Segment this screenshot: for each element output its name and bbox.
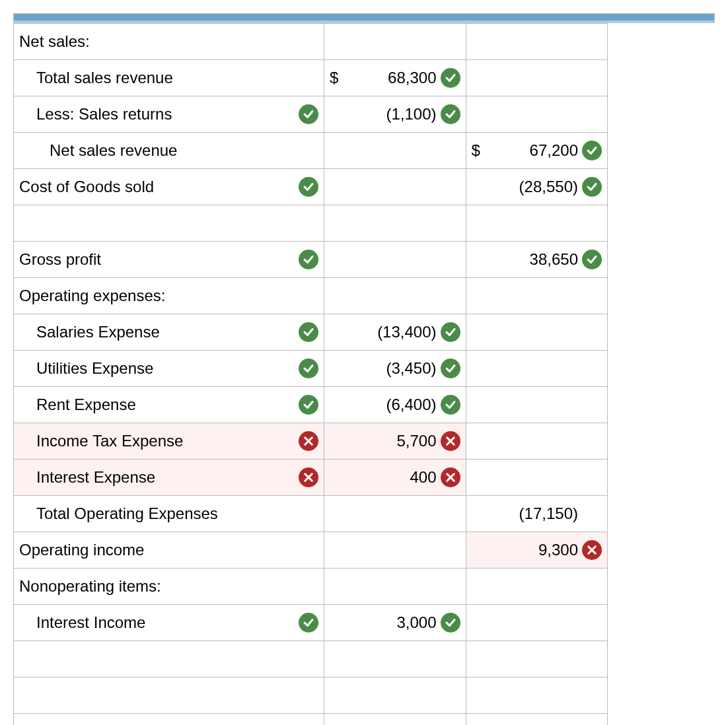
value-cell-col2: 400 bbox=[324, 460, 466, 496]
table-row: Income Tax Expense5,700 bbox=[14, 423, 608, 460]
value: 9,300 bbox=[484, 541, 582, 559]
value-cell-col3: 9,300 bbox=[466, 532, 607, 569]
checkmark-icon bbox=[299, 250, 318, 269]
value-cell-col3 bbox=[466, 24, 607, 60]
table-row bbox=[14, 205, 608, 242]
label-cell: Cost of Goods sold bbox=[14, 169, 324, 205]
table-header-bar bbox=[13, 13, 715, 23]
table-row: Operating income9,300 bbox=[14, 532, 608, 569]
table-row: Cost of Goods sold(28,550) bbox=[14, 169, 608, 205]
table-row: Net sales: bbox=[14, 24, 608, 60]
value: 67,200 bbox=[484, 141, 582, 160]
label-cell bbox=[14, 677, 324, 714]
checkmark-icon bbox=[299, 395, 318, 415]
row-label: Utilities Expense bbox=[19, 359, 153, 378]
checkmark-icon bbox=[441, 104, 460, 124]
checkmark-icon bbox=[299, 322, 318, 342]
value-cell-col3 bbox=[466, 605, 607, 641]
label-cell: Net sales revenue bbox=[14, 133, 324, 169]
row-label: Net sales revenue bbox=[19, 141, 177, 160]
label-cell: Total Nonoperating Items bbox=[14, 714, 324, 726]
value-cell-col2: 3,000 bbox=[324, 605, 466, 641]
row-label: Salaries Expense bbox=[19, 323, 160, 341]
value-cell-col3 bbox=[466, 96, 607, 133]
value-cell-col2 bbox=[324, 641, 466, 677]
table-row: Total Nonoperating Items bbox=[14, 714, 608, 726]
label-cell: Interest Income bbox=[14, 605, 324, 641]
value-cell-col2 bbox=[324, 714, 466, 726]
label-cell: Income Tax Expense bbox=[14, 423, 324, 460]
cross-icon bbox=[441, 431, 460, 451]
value-cell-col3 bbox=[466, 569, 607, 605]
table-row: Less: Sales returns(1,100) bbox=[14, 96, 608, 133]
checkmark-icon bbox=[299, 613, 318, 633]
row-label: Income Tax Expense bbox=[19, 432, 183, 450]
checkmark-icon bbox=[441, 613, 460, 633]
label-cell: Interest Expense bbox=[14, 460, 324, 496]
value: 38,650 bbox=[484, 250, 582, 269]
value-cell-col2 bbox=[324, 24, 466, 60]
table-row: Total Operating Expenses(17,150) bbox=[14, 496, 608, 532]
checkmark-icon bbox=[299, 177, 318, 197]
value-cell-col3: $67,200 bbox=[466, 133, 607, 169]
value-cell-col2 bbox=[324, 205, 466, 242]
row-label: Net sales: bbox=[19, 32, 90, 51]
value-cell-col3 bbox=[466, 714, 607, 726]
value-cell-col3: (28,550) bbox=[466, 169, 607, 205]
value-cell-col2: (1,100) bbox=[324, 96, 466, 133]
value-cell-col2: $68,300 bbox=[324, 60, 466, 96]
value-cell-col2 bbox=[324, 169, 466, 205]
value: (6,400) bbox=[342, 396, 440, 414]
value-cell-col3 bbox=[466, 641, 607, 677]
value-cell-col2 bbox=[324, 133, 466, 169]
table-row: Utilities Expense(3,450) bbox=[14, 351, 608, 387]
value: (13,400) bbox=[342, 323, 440, 341]
row-label: Rent Expense bbox=[19, 396, 136, 414]
checkmark-icon bbox=[582, 250, 602, 269]
table-row: Operating expenses: bbox=[14, 278, 608, 314]
table-row: Rent Expense(6,400) bbox=[14, 387, 608, 423]
value-cell-col2: (6,400) bbox=[324, 387, 466, 423]
cross-icon bbox=[299, 467, 318, 487]
row-label: Less: Sales returns bbox=[19, 105, 172, 123]
checkmark-icon bbox=[441, 359, 460, 378]
table-row: Interest Expense400 bbox=[14, 460, 608, 496]
value-cell-col2 bbox=[324, 677, 466, 714]
value-cell-col2 bbox=[324, 569, 466, 605]
label-cell: Operating expenses: bbox=[14, 278, 324, 314]
label-cell: Total sales revenue bbox=[14, 60, 324, 96]
value-cell-col3 bbox=[466, 205, 607, 242]
currency-symbol: $ bbox=[330, 69, 342, 87]
row-label: Interest Income bbox=[19, 613, 145, 632]
checkmark-icon bbox=[441, 395, 460, 415]
row-label: Nonoperating items: bbox=[19, 577, 161, 596]
table-row bbox=[14, 677, 608, 714]
label-cell: Less: Sales returns bbox=[14, 96, 324, 133]
value-cell-col3 bbox=[466, 387, 607, 423]
checkmark-icon bbox=[299, 359, 318, 378]
label-cell bbox=[14, 641, 324, 677]
cross-icon bbox=[441, 467, 460, 487]
value-cell-col2 bbox=[324, 278, 466, 314]
value: 68,300 bbox=[342, 69, 440, 87]
value: 3,000 bbox=[342, 613, 440, 632]
label-cell bbox=[14, 205, 324, 242]
value-cell-col2: 5,700 bbox=[324, 423, 466, 460]
value-cell-col3 bbox=[466, 460, 607, 496]
label-cell: Net sales: bbox=[14, 24, 324, 60]
cross-icon bbox=[299, 431, 318, 451]
value: 5,700 bbox=[342, 432, 440, 450]
label-cell: Gross profit bbox=[14, 242, 324, 278]
value: 400 bbox=[342, 468, 440, 487]
value-cell-col3: (17,150) bbox=[466, 496, 607, 532]
table-row: Net sales revenue$67,200 bbox=[14, 133, 608, 169]
value-cell-col3 bbox=[466, 351, 607, 387]
table-row: Gross profit38,650 bbox=[14, 242, 608, 278]
table-row: Total sales revenue$68,300 bbox=[14, 60, 608, 96]
checkmark-icon bbox=[582, 141, 602, 160]
value-cell-col3 bbox=[466, 60, 607, 96]
table-row: Interest Income3,000 bbox=[14, 605, 608, 641]
checkmark-icon bbox=[441, 68, 460, 88]
row-label: Total sales revenue bbox=[19, 69, 173, 87]
income-statement-table: Net sales:Total sales revenue$68,300Less… bbox=[13, 23, 608, 725]
